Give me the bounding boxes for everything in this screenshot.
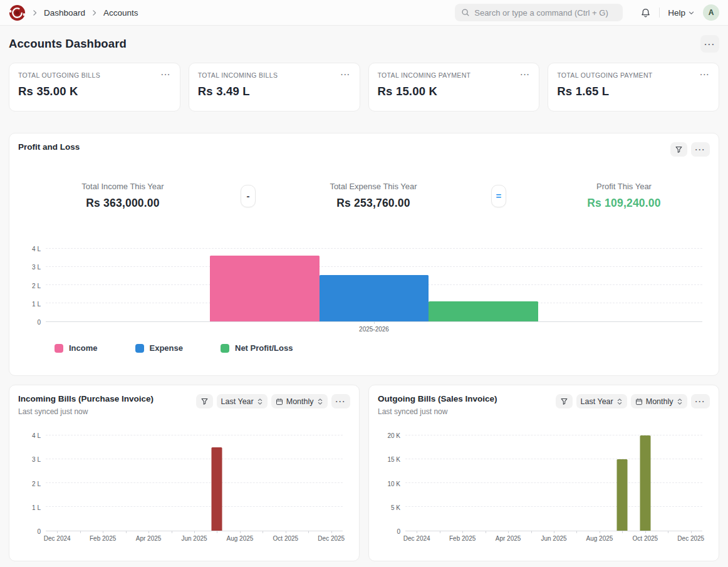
search-input[interactable] [474, 8, 616, 18]
x-tick-label: Jun 2025 [181, 535, 207, 542]
granularity-select[interactable]: Monthly [271, 394, 328, 408]
navbar-divider [659, 8, 660, 18]
number-card-label: TOTAL INCOMING PAYMENT [378, 71, 471, 79]
dashboard-menu-button[interactable] [700, 35, 719, 53]
gridline [46, 248, 702, 249]
breadcrumb-accounts[interactable]: Accounts [103, 8, 138, 18]
app-logo-icon[interactable] [9, 4, 26, 21]
last-synced-text: Last synced just now [378, 407, 497, 416]
y-tick-label: 3 L [32, 456, 41, 463]
stat-profit: Profit This Year Rs 109,240.00 [519, 182, 728, 210]
number-card-total-incoming-payment[interactable]: TOTAL INCOMING PAYMENT Rs 15.00 K [368, 63, 540, 112]
chevron-down-icon [688, 9, 695, 16]
legend-label: Net Profit/Loss [235, 343, 293, 353]
chart-plot-area [46, 435, 343, 531]
x-tick-label: Oct 2025 [273, 535, 299, 542]
breadcrumb-chevron-icon [90, 9, 98, 17]
number-card-value: Rs 35.00 K [18, 85, 171, 98]
granularity-select[interactable]: Monthly [631, 394, 687, 408]
y-tick-label: 0 [397, 528, 400, 535]
filter-button[interactable] [670, 142, 687, 157]
number-card-label: TOTAL OUTGOING PAYMENT [557, 71, 652, 79]
gridline [405, 435, 702, 435]
notifications-bell-icon[interactable] [640, 8, 651, 18]
legend-label: Expense [150, 343, 183, 353]
chart-bar[interactable] [640, 435, 650, 531]
x-tick-label: Oct 2025 [633, 535, 658, 542]
legend-item-net-profit-loss: Net Profit/Loss [221, 343, 293, 353]
gridline [405, 459, 702, 459]
global-search-input[interactable] [455, 4, 623, 21]
gridline [46, 506, 343, 507]
y-tick-label: 2 L [32, 480, 41, 487]
granularity-select-value: Monthly [646, 397, 673, 406]
outgoing-bills-card: Outgoing Bills (Sales Invoice) Last sync… [368, 385, 719, 561]
stat-label: Total Income This Year [18, 182, 227, 191]
y-tick-label: 0 [37, 528, 41, 535]
ellipsis-icon [695, 398, 706, 405]
user-avatar[interactable]: A [703, 4, 719, 21]
y-tick-label: 0 [37, 319, 41, 326]
x-axis-labels: Dec 2024Feb 2025Apr 2025Jun 2025Aug 2025… [405, 531, 702, 544]
x-tick-label: Apr 2025 [496, 535, 521, 542]
legend-item-expense: Expense [135, 343, 183, 353]
number-card-total-incoming-bills[interactable]: TOTAL INCOMING BILLS Rs 3.49 L [189, 63, 360, 112]
chart-bar-expense[interactable] [320, 275, 429, 321]
period-select-value: Last Year [581, 397, 613, 406]
navbar: Dashboard Accounts Help A [0, 0, 728, 26]
legend-swatch-expense [135, 344, 144, 353]
x-tick-label: Feb 2025 [449, 535, 476, 542]
y-tick-label: 1 L [32, 300, 41, 307]
filter-button[interactable] [196, 394, 213, 408]
number-card-label: TOTAL OUTGOING BILLS [18, 71, 100, 79]
stat-label: Total Expense This Year [269, 182, 478, 191]
chart-bar-net-profit-loss[interactable] [429, 301, 538, 321]
bottom-charts-row: Incoming Bills (Purchase Invoice) Last s… [9, 385, 719, 561]
card-menu-button[interactable] [700, 71, 710, 78]
chevron-up-down-icon [317, 398, 323, 405]
y-axis-labels: 20 K15 K10 K5 K0 [378, 435, 400, 531]
y-tick-label: 4 L [32, 246, 41, 252]
ellipsis-icon [704, 40, 715, 48]
chart-bar[interactable] [212, 447, 222, 531]
help-menu[interactable]: Help [668, 8, 695, 18]
filter-button[interactable] [556, 394, 573, 408]
calendar-icon [276, 398, 283, 405]
x-axis-labels: Dec 2024Feb 2025Apr 2025Jun 2025Aug 2025… [46, 531, 343, 544]
minus-operator-icon: - [241, 185, 256, 207]
gridline [46, 435, 343, 435]
gridline [405, 506, 702, 507]
card-menu-button[interactable] [521, 71, 531, 78]
card-menu-button[interactable] [161, 71, 171, 78]
stat-value: Rs 363,000.00 [18, 197, 227, 210]
card-title: Profit and Loss [18, 142, 80, 152]
chart-menu-button[interactable] [691, 394, 710, 408]
number-card-value: Rs 3.49 L [198, 85, 351, 98]
number-card-total-outgoing-bills[interactable]: TOTAL OUTGOING BILLS Rs 35.00 K [9, 63, 180, 112]
chart-menu-button[interactable] [691, 142, 710, 157]
y-tick-label: 2 L [32, 282, 41, 289]
page-header: Accounts Dashboard [9, 35, 719, 53]
card-menu-button[interactable] [341, 71, 351, 78]
breadcrumb-dashboard[interactable]: Dashboard [44, 8, 85, 18]
y-tick-label: 5 K [391, 504, 400, 511]
chevron-up-down-icon [616, 398, 623, 405]
period-select[interactable]: Last Year [217, 394, 268, 408]
card-title: Outgoing Bills (Sales Invoice) [378, 394, 497, 403]
period-select[interactable]: Last Year [576, 394, 627, 408]
x-tick-label: 2025-2026 [359, 326, 389, 333]
chart-menu-button[interactable] [331, 394, 351, 408]
number-card-total-outgoing-payment[interactable]: TOTAL OUTGOING PAYMENT Rs 1.65 L [548, 63, 719, 112]
x-tick-label: Aug 2025 [227, 535, 254, 542]
number-card-value: Rs 1.65 L [557, 85, 710, 98]
legend-item-income: Income [55, 343, 98, 353]
x-tick-label: Dec 2025 [318, 535, 345, 542]
breadcrumb-chevron-icon [31, 9, 39, 17]
incoming-bills-card: Incoming Bills (Purchase Invoice) Last s… [9, 385, 360, 561]
chart-bar[interactable] [617, 459, 628, 531]
x-tick-label: Apr 2025 [136, 535, 162, 542]
chart-bar-income[interactable] [210, 256, 320, 321]
legend-swatch-income [55, 344, 63, 353]
y-tick-label: 4 L [32, 432, 41, 439]
x-axis-labels: 2025-2026 [46, 322, 702, 335]
